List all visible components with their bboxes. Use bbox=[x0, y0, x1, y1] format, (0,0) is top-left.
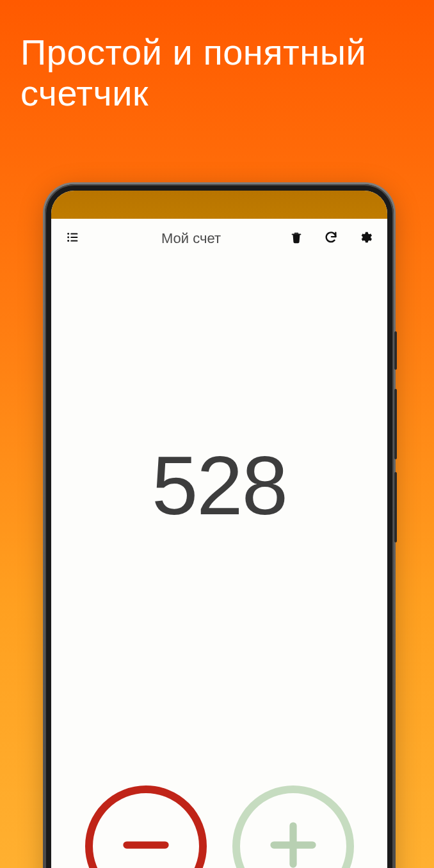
app-title: Мой счет bbox=[101, 230, 281, 247]
increment-button[interactable] bbox=[232, 785, 354, 868]
counter-value: 528 bbox=[152, 438, 287, 533]
counter-controls bbox=[51, 785, 387, 868]
toolbar-actions bbox=[286, 228, 376, 249]
menu-button[interactable] bbox=[63, 228, 83, 249]
minus-icon bbox=[117, 816, 175, 868]
decrement-button[interactable] bbox=[85, 785, 207, 868]
svg-rect-1 bbox=[70, 233, 77, 235]
plus-icon bbox=[264, 816, 322, 868]
trash-icon bbox=[289, 230, 303, 247]
phone-screen: Мой счет bbox=[51, 191, 387, 868]
counter-display-area: 528 bbox=[51, 258, 387, 785]
svg-rect-5 bbox=[70, 241, 77, 242]
svg-point-0 bbox=[67, 233, 69, 235]
gear-icon bbox=[358, 230, 373, 247]
status-bar bbox=[51, 191, 387, 219]
list-icon bbox=[66, 230, 80, 247]
promo-headline: Простой и понятный счетчик bbox=[20, 32, 428, 114]
phone-side-button bbox=[394, 472, 397, 542]
phone-side-button bbox=[394, 331, 397, 370]
svg-rect-6 bbox=[292, 234, 301, 235]
app-bar: Мой счет bbox=[51, 219, 387, 258]
svg-rect-3 bbox=[70, 237, 77, 238]
svg-point-4 bbox=[67, 240, 69, 242]
phone-frame: Мой счет bbox=[45, 184, 394, 868]
refresh-icon bbox=[324, 230, 338, 247]
refresh-button[interactable] bbox=[321, 228, 341, 249]
delete-button[interactable] bbox=[286, 228, 307, 249]
phone-side-button bbox=[394, 389, 397, 459]
settings-button[interactable] bbox=[355, 228, 376, 249]
svg-point-2 bbox=[67, 237, 69, 239]
